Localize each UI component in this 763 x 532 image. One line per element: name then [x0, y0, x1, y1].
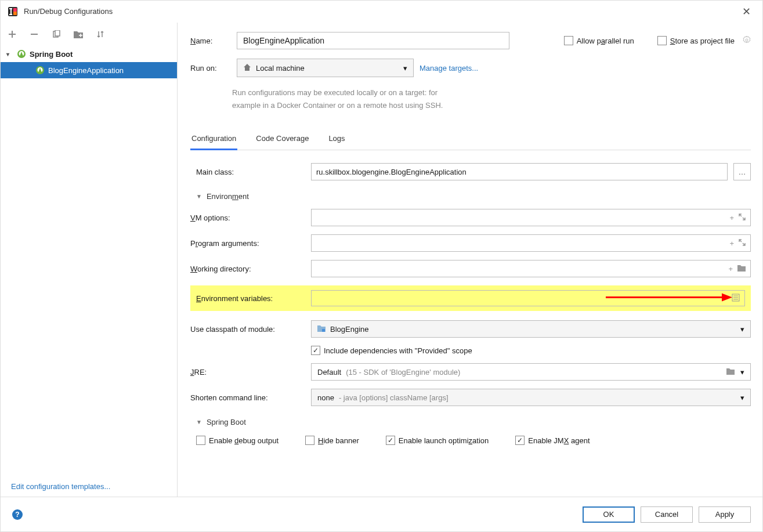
browse-main-class-button[interactable]: …	[733, 163, 751, 180]
enable-launch-opt-checkbox[interactable]: Enable launch optimization	[386, 436, 489, 445]
chevron-down-icon: ▾	[403, 64, 407, 73]
run-on-select[interactable]: Local machine ▾	[237, 59, 414, 77]
include-provided-checkbox[interactable]: Include dependencies with "Provided" sco…	[311, 346, 472, 355]
store-project-label: Store as project file	[670, 37, 735, 45]
sidebar-toolbar	[1, 23, 177, 46]
spring-boot-icon	[35, 66, 45, 75]
include-provided-label: Include dependencies with "Provided" sco…	[324, 346, 472, 355]
plus-icon[interactable]: +	[728, 265, 733, 273]
env-vars-input[interactable]	[311, 290, 745, 306]
sidebar: ▾ Spring Boot BlogEngineApplication Edit…	[1, 23, 178, 497]
vm-options-input[interactable]: +	[311, 209, 751, 226]
checkbox-icon	[386, 436, 395, 445]
tree-node-spring-boot[interactable]: ▾ Spring Boot	[1, 46, 177, 62]
tree-node-selected[interactable]: BlogEngineApplication	[1, 62, 177, 78]
plus-icon[interactable]: +	[729, 213, 734, 222]
main-class-label: Main class:	[190, 168, 305, 176]
expand-icon[interactable]	[739, 239, 746, 248]
expand-icon[interactable]	[739, 213, 746, 222]
window-title: Run/Debug Configurations	[24, 7, 113, 16]
intellij-icon	[8, 6, 18, 17]
config-tabs: Configuration Code Coverage Logs	[190, 128, 751, 150]
checkbox-icon	[657, 36, 667, 45]
ok-button[interactable]: OK	[583, 506, 635, 523]
triangle-down-icon: ▼	[196, 193, 202, 200]
folder-icon[interactable]	[726, 368, 735, 377]
tab-logs[interactable]: Logs	[327, 128, 346, 150]
footer: ? OK Cancel Apply	[1, 497, 762, 531]
main-panel: Name: Allow parallel run Store as projec…	[178, 23, 762, 497]
svg-rect-4	[13, 8, 17, 12]
help-icon[interactable]: ?	[12, 509, 23, 520]
env-vars-label: Environment variables:	[196, 294, 311, 303]
chevron-down-icon: ▾	[740, 393, 744, 402]
chevron-down-icon: ▾	[740, 368, 744, 377]
apply-button[interactable]: Apply	[699, 506, 751, 523]
hide-banner-checkbox[interactable]: Hide banner	[305, 436, 359, 445]
edit-templates-link[interactable]: Edit configuration templates...	[1, 476, 177, 497]
gear-icon[interactable]	[743, 36, 751, 46]
main-class-input[interactable]: ru.skillbox.blogengine.BlogEngineApplica…	[311, 163, 728, 180]
plus-icon[interactable]: +	[729, 239, 734, 248]
enable-debug-checkbox[interactable]: Enable debug output	[196, 436, 279, 445]
shorten-label: Shorten command line:	[190, 393, 305, 402]
chevron-down-icon: ▾	[6, 51, 13, 57]
checkbox-icon	[305, 436, 314, 445]
copy-icon[interactable]	[49, 27, 63, 41]
jre-label: JRE:	[190, 368, 305, 377]
run-on-label: Run on:	[190, 64, 231, 73]
add-icon[interactable]	[5, 27, 19, 41]
program-args-input[interactable]: +	[311, 234, 751, 252]
working-dir-input[interactable]: +	[311, 260, 751, 277]
svg-rect-5	[13, 12, 17, 15]
svg-rect-12	[322, 329, 325, 332]
folder-icon[interactable]	[737, 265, 746, 273]
titlebar: Run/Debug Configurations ✕	[1, 1, 762, 23]
save-template-icon[interactable]	[71, 27, 85, 41]
spring-boot-icon	[17, 49, 26, 59]
home-icon	[243, 63, 251, 73]
name-label: Name:	[190, 37, 231, 45]
manage-targets-link[interactable]: Manage targets...	[420, 64, 478, 73]
shorten-select[interactable]: none - java [options] className [args] ▾	[311, 389, 751, 406]
checkbox-icon	[564, 36, 573, 45]
allow-parallel-checkbox[interactable]: Allow parallel run	[564, 36, 634, 45]
sort-icon[interactable]	[93, 27, 107, 41]
program-args-label: Program arguments:	[190, 239, 305, 248]
triangle-down-icon: ▼	[196, 419, 202, 425]
classpath-label: Use classpath of module:	[190, 325, 305, 334]
module-icon	[317, 325, 326, 334]
allow-parallel-label: Allow parallel run	[577, 37, 634, 45]
svg-rect-7	[55, 30, 60, 36]
run-on-hint: Run configurations may be executed local…	[232, 86, 751, 112]
tree-node-label: Spring Boot	[30, 50, 73, 59]
config-tree: ▾ Spring Boot BlogEngineApplication	[1, 46, 177, 476]
cancel-button[interactable]: Cancel	[641, 506, 693, 523]
tab-configuration[interactable]: Configuration	[190, 128, 237, 150]
tree-node-label: BlogEngineApplication	[48, 66, 124, 75]
springboot-section-header[interactable]: ▼ Spring Boot	[190, 414, 751, 430]
tab-code-coverage[interactable]: Code Coverage	[255, 128, 310, 150]
working-dir-label: Working directory:	[190, 265, 305, 273]
vm-options-label: VM options:	[190, 213, 305, 222]
environment-section-header[interactable]: ▼ Environment	[190, 189, 751, 204]
checkbox-icon	[311, 346, 320, 355]
list-icon[interactable]	[732, 294, 740, 303]
name-input[interactable]	[237, 32, 509, 49]
remove-icon[interactable]	[27, 27, 41, 41]
environment-variables-row: Environment variables:	[190, 285, 751, 311]
svg-rect-3	[10, 8, 12, 15]
store-project-file-checkbox[interactable]: Store as project file	[657, 36, 735, 45]
run-on-value: Local machine	[256, 64, 305, 73]
chevron-down-icon: ▾	[740, 325, 744, 334]
classpath-select[interactable]: BlogEngine ▾	[311, 320, 751, 338]
checkbox-icon	[196, 436, 205, 445]
close-icon[interactable]: ✕	[737, 3, 755, 20]
jre-select[interactable]: Default (15 - SDK of 'BlogEngine' module…	[311, 363, 751, 381]
checkbox-icon	[515, 436, 525, 445]
enable-jmx-checkbox[interactable]: Enable JMX agent	[515, 436, 590, 445]
